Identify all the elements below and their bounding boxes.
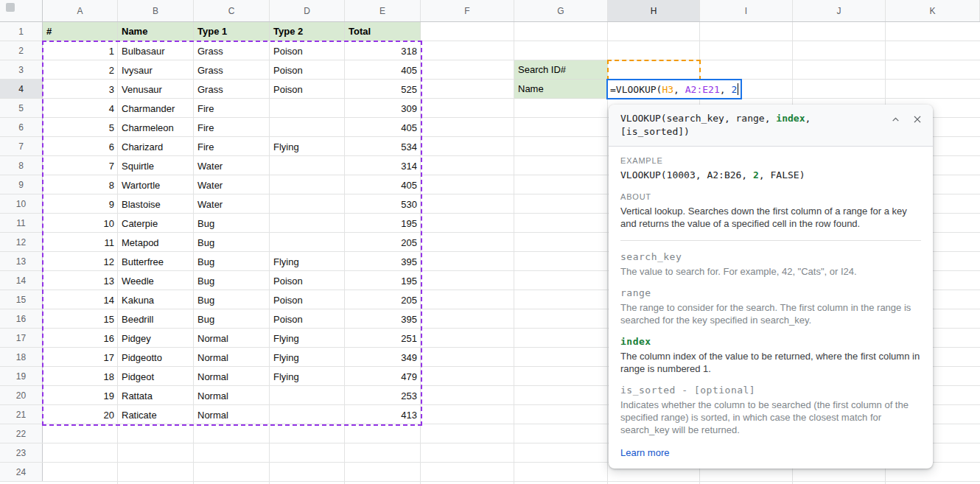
row-header[interactable]: 10 [0,194,43,213]
cell-number[interactable]: 6 [43,137,118,156]
row-header[interactable]: 15 [0,290,43,309]
cell-total[interactable]: 349 [345,348,421,367]
cell-total[interactable]: 309 [345,99,421,118]
cell-total[interactable]: 318 [345,41,421,60]
cell-type2[interactable] [270,386,345,405]
cell-type2[interactable] [270,233,345,252]
cell-name[interactable]: Pidgey [118,329,194,348]
cell-number[interactable]: 1 [43,41,118,60]
table-header-cell[interactable]: # [43,22,118,41]
row-header[interactable]: 13 [0,252,43,270]
column-header[interactable]: I [700,0,793,21]
column-header[interactable]: G [514,0,608,21]
row-header[interactable]: 4 [0,80,43,98]
cell-total[interactable]: 534 [345,137,421,156]
row-header[interactable]: 7 [0,137,43,155]
cell-name[interactable]: Charmeleon [118,118,194,137]
row-header[interactable]: 14 [0,271,43,290]
cell-total[interactable]: 405 [345,118,421,137]
row-header[interactable]: 20 [0,386,43,404]
row-header[interactable]: 1 [0,22,43,41]
cell-type1[interactable]: Bug [194,309,270,329]
cell-name[interactable]: Caterpie [118,214,194,233]
cell-type2[interactable]: Poison [270,290,345,309]
table-header-cell[interactable]: Total [345,22,421,41]
cell-name[interactable]: Butterfree [118,252,194,271]
cell-number[interactable]: 4 [43,99,118,118]
row-header[interactable]: 8 [0,156,43,175]
cell-number[interactable]: 13 [43,271,118,290]
cell-total[interactable]: 530 [345,194,421,214]
cell-number[interactable]: 18 [43,367,118,386]
cell-total[interactable]: 195 [345,271,421,290]
cell-type1[interactable]: Grass [194,60,270,80]
cell-total[interactable]: 405 [345,175,421,194]
cell-number[interactable]: 19 [43,386,118,405]
cell-type2[interactable]: Flying [270,367,345,386]
cell-total[interactable]: 195 [345,214,421,233]
cell-name[interactable]: Pidgeot [118,367,194,386]
cell-number[interactable]: 14 [43,290,118,309]
cell-number[interactable]: 15 [43,309,118,329]
cell-total[interactable]: 251 [345,329,421,348]
cell-name[interactable]: Ivysaur [118,60,194,80]
row-header[interactable]: 22 [0,424,43,443]
cell-type2[interactable]: Poison [270,41,345,60]
cell-number[interactable]: 10 [43,214,118,233]
row-header[interactable]: 12 [0,233,43,251]
row-header[interactable]: 21 [0,405,43,424]
row-header[interactable]: 19 [0,367,43,385]
cell-type2[interactable]: Poison [270,80,345,99]
cell-type1[interactable]: Normal [194,329,270,348]
cell-number[interactable]: 11 [43,233,118,252]
cell-number[interactable]: 9 [43,194,118,214]
cell-type2[interactable]: Flying [270,329,345,348]
column-header[interactable]: H [608,0,700,21]
cell-name[interactable]: Bulbasaur [118,41,194,60]
cell-name-label[interactable]: Name [514,80,608,99]
row-header[interactable]: 24 [0,463,43,481]
row-header[interactable]: 2 [0,41,43,60]
cell-total[interactable]: 314 [345,156,421,175]
cell-type1[interactable]: Bug [194,290,270,309]
table-header-cell[interactable]: Type 1 [194,22,270,41]
cell-type2[interactable] [270,99,345,118]
cell-type2[interactable] [270,214,345,233]
cell-type1[interactable]: Normal [194,367,270,386]
cell-total[interactable]: 253 [345,386,421,405]
cell-number[interactable]: 17 [43,348,118,367]
row-header[interactable]: 18 [0,348,43,366]
cell-type1[interactable]: Normal [194,386,270,405]
cell-name[interactable]: Kakuna [118,290,194,309]
cell-type1[interactable]: Water [194,156,270,175]
cell-type1[interactable]: Normal [194,405,270,424]
cell-number[interactable]: 12 [43,252,118,271]
cell-name[interactable]: Charizard [118,137,194,156]
cell-number[interactable]: 16 [43,329,118,348]
cell-type2[interactable]: Flying [270,348,345,367]
cell-type1[interactable]: Water [194,194,270,214]
cell-type1[interactable]: Bug [194,233,270,252]
row-header[interactable]: 3 [0,60,43,79]
cell-total[interactable]: 479 [345,367,421,386]
cell-name[interactable]: Charmander [118,99,194,118]
cell-name[interactable]: Wartortle [118,175,194,194]
cell-number[interactable]: 2 [43,60,118,80]
column-header[interactable]: J [793,0,886,21]
row-header[interactable]: 17 [0,329,43,347]
cell-name[interactable]: Weedle [118,271,194,290]
cell-name[interactable]: Venusaur [118,80,194,99]
formula-edit-cell[interactable]: =VLOOKUP(H3, A2:E21, 2 [606,79,742,99]
cell-total[interactable]: 405 [345,60,421,80]
cell-type1[interactable]: Bug [194,214,270,233]
cell-type2[interactable]: Poison [270,309,345,329]
cell-type2[interactable] [270,156,345,175]
table-header-cell[interactable]: Type 2 [270,22,345,41]
column-header[interactable]: K [886,0,980,21]
close-icon[interactable] [912,114,923,124]
cell-total[interactable]: 413 [345,405,421,424]
cell-type1[interactable]: Bug [194,252,270,271]
learn-more-link[interactable]: Learn more [620,447,669,458]
cell-name[interactable]: Rattata [118,386,194,405]
column-header[interactable]: A [43,0,118,21]
